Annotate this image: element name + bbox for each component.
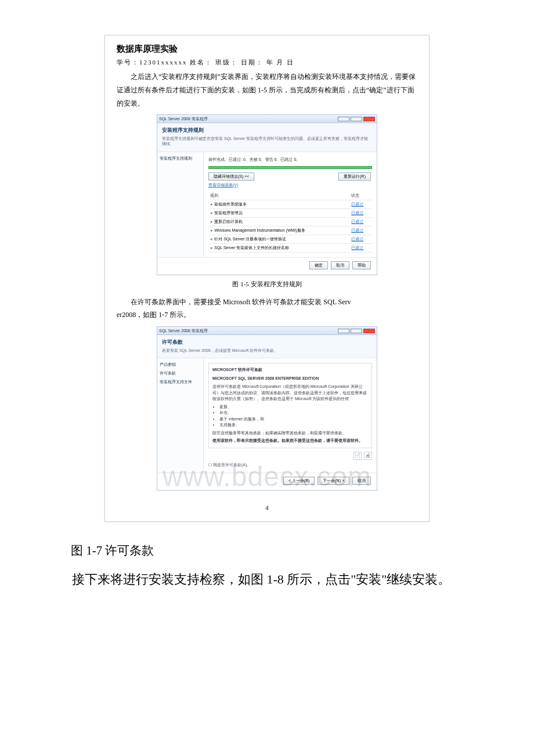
license-text-box: MICROSOFT 软件许可条款 MICROSOFT SQL SERVER 20…: [208, 363, 372, 448]
view-report-link[interactable]: 查看详细报表(V): [208, 183, 238, 187]
dialog-nav: 产品密钥 许可条款 安装程序支持文件: [157, 358, 204, 473]
hide-details-button[interactable]: 隐藏详细信息(S) <<: [208, 172, 254, 181]
dialog-description: 若要安装 SQL Server 2008，必须接受 Microsoft 软件许可…: [162, 348, 372, 353]
dialog-heading: 许可条款: [162, 339, 372, 346]
dialog-footer: < 上一步(B) 下一步(N) > 取消: [157, 473, 377, 490]
license-body: 这些许可条款是 Microsoft Corporation（或您所在地的 Mic…: [212, 384, 368, 402]
table-row: Windows Management Instrumentation (WMI)…: [208, 226, 372, 235]
status-text: 操作完成。已通过: 6。失败 0。警告 0。已跳过 0。: [208, 157, 372, 163]
rerun-button[interactable]: 重新运行(R): [338, 172, 371, 181]
table-row: 重新启动计算机已通过: [208, 217, 372, 226]
table-row: 针对 SQL Server 注册表项的一致性验证已通过: [208, 235, 372, 243]
page-title: 数据库原理实验: [117, 44, 417, 55]
paragraph-1: 之后进入“安装程序支持规则”安装界面，安装程序将自动检测安装环境基本支持情况，需…: [117, 70, 417, 110]
table-row: 安装程序管理员已通过: [208, 208, 372, 217]
dialog-header: 许可条款 若要安装 SQL Server 2008，必须接受 Microsoft…: [157, 335, 377, 358]
dialog-heading: 安装程序支持规则: [162, 127, 372, 134]
license-title: MICROSOFT 软件许可条款: [212, 367, 368, 373]
cancel-button[interactable]: 取消: [331, 261, 349, 269]
dialog-description: 安装程序支持规则可确定在您安装 SQL Server 安装程序支持时可能发生的问…: [162, 136, 372, 146]
scanned-page: 数据库原理实验 学号：12301xxxxxx 姓名： 班级： 日期： 年 月 日…: [104, 35, 430, 522]
paragraph-2b: er2008，如图 1-7 所示。: [117, 308, 417, 322]
window-buttons: [338, 329, 375, 333]
dialog-title: SQL Server 2008 安装程序: [159, 328, 208, 334]
window-buttons: [338, 117, 375, 121]
license-tail: 除非这些服务带有其他条款；如果确实附带其他条款，则应遵守那些条款。: [212, 430, 368, 437]
print-icon[interactable]: 🖨: [364, 452, 372, 460]
dialog-nav: 安装程序支持规则: [157, 152, 204, 257]
license-main: MICROSOFT 软件许可条款 MICROSOFT SQL SERVER 20…: [204, 358, 377, 473]
license-actions: 📄 🖨: [208, 452, 372, 460]
progress-bar: [208, 166, 372, 169]
license-tail2: 使用该软件，即表示您接受这些条款。如果您不接受这些条款，请不要使用该软件。: [212, 438, 368, 444]
copy-icon[interactable]: 📄: [353, 452, 362, 460]
close-icon: [363, 117, 375, 121]
figure-caption-1-5: 图 1-5 安装程序支持规则: [117, 280, 417, 289]
below-text-block: 图 1-7 许可条款 接下来将进行安装支持检察，如图 1-8 所示，点击"安装"…: [46, 539, 488, 592]
table-row: SQL Server 安装媒体上文件的长路径名称已通过: [208, 243, 372, 252]
maximize-icon: [351, 117, 362, 121]
minimize-icon: [338, 329, 349, 333]
dialog-header: 安装程序支持规则 安装程序支持规则可确定在您安装 SQL Server 安装程序…: [157, 123, 377, 152]
install-rules-dialog: SQL Server 2008 安装程序 安装程序支持规则 安装程序支持规则可确…: [157, 114, 377, 275]
dialog-title: SQL Server 2008 安装程序: [159, 116, 208, 122]
paragraph-install-support: 接下来将进行安装支持检察，如图 1-8 所示，点击"安装"继续安装。: [46, 567, 488, 592]
nav-item: 安装程序支持规则: [160, 156, 201, 161]
figure-caption-1-7: 图 1-7 许可条款: [46, 539, 488, 563]
license-subtitle: MICROSOFT SQL SERVER 2008 ENTERPRISE EDI…: [212, 376, 368, 382]
paragraph-2a: 在许可条款界面中，需要接受 Microsoft 软件许可条款才能安装 SQL S…: [117, 296, 417, 309]
nav-item: 产品密钥: [160, 362, 201, 368]
license-bullet: 支持服务。: [219, 422, 368, 429]
dialog-footer: 确定 取消 帮助: [157, 257, 377, 275]
next-button[interactable]: 下一步(N) >: [317, 477, 349, 485]
maximize-icon: [351, 329, 362, 333]
license-bullet: 基于 Internet 的服务，和: [219, 416, 368, 423]
help-button[interactable]: 帮助: [352, 261, 371, 269]
close-icon: [363, 329, 375, 333]
col-status: 状态: [349, 192, 372, 200]
page-number: 4: [117, 504, 417, 511]
accept-checkbox[interactable]: ☐ 我接受许可条款(A)。: [208, 462, 372, 468]
license-bullet: 补充、: [219, 410, 368, 416]
table-row: 最低操作系统版本已通过: [208, 200, 372, 208]
rules-table: 规则 状态 最低操作系统版本已通过 安装程序管理员已通过 重新启动计算机已通过 …: [208, 192, 372, 253]
col-rule: 规则: [208, 192, 349, 200]
nav-item: 安装程序支持文件: [160, 379, 201, 385]
license-dialog: SQL Server 2008 安装程序 许可条款 若要安装 SQL Serve…: [157, 326, 377, 491]
back-button[interactable]: < 上一步(B): [283, 477, 315, 485]
dialog-main: 操作完成。已通过: 6。失败 0。警告 0。已跳过 0。 隐藏详细信息(S) <…: [204, 152, 377, 257]
meta-line: 学号：12301xxxxxx 姓名： 班级： 日期： 年 月 日: [117, 58, 417, 67]
dialog-titlebar: SQL Server 2008 安装程序: [157, 115, 377, 123]
license-bullet: 更新、: [219, 404, 368, 411]
dialog-titlebar: SQL Server 2008 安装程序: [157, 327, 377, 335]
nav-item: 许可条款: [160, 370, 201, 376]
cancel-button[interactable]: 取消: [352, 477, 371, 485]
ok-button[interactable]: 确定: [309, 261, 328, 269]
minimize-icon: [338, 117, 349, 121]
